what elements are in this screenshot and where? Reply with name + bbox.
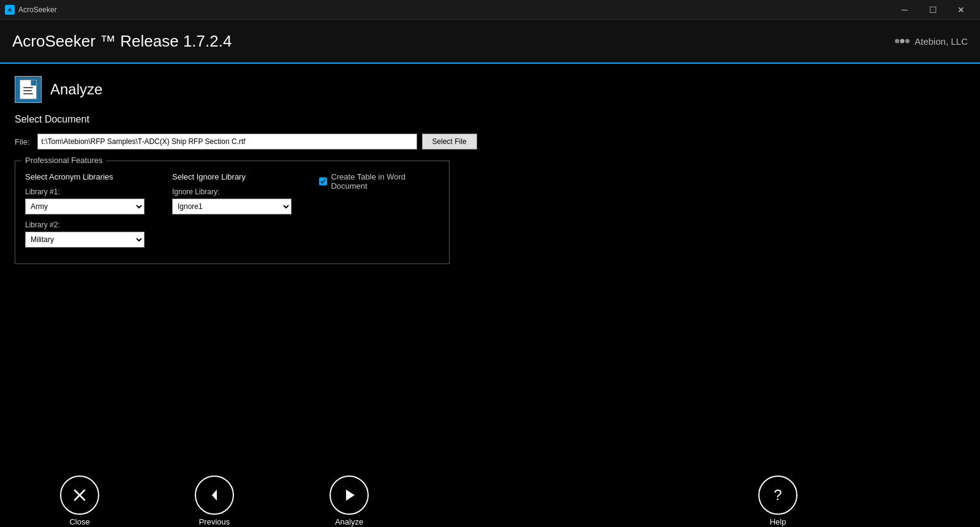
professional-features-legend: Professional Features <box>21 156 106 165</box>
ignore-library-row: Ignore Library: Ignore1 Ignore2 None <box>172 188 295 214</box>
library2-row: Library #2: Military Army Navy Air Force <box>25 221 148 248</box>
file-row: File: Select File <box>15 134 965 150</box>
logo-text: Atebion, LLC <box>914 36 968 47</box>
ignore-library-dropdown[interactable]: Ignore1 Ignore2 None <box>172 199 292 214</box>
library1-dropdown[interactable]: Army Military Navy Air Force <box>25 199 145 214</box>
header-logo: Atebion, LLC <box>894 32 968 50</box>
create-table-checkbox[interactable] <box>319 177 327 186</box>
create-table-label: Create Table in Word Document <box>331 172 439 191</box>
main-content: Analyze Select Document File: Select Fil… <box>0 64 980 276</box>
select-file-button[interactable]: Select File <box>422 134 477 150</box>
svg-marker-5 <box>212 490 217 501</box>
help-icon: ? <box>774 487 782 504</box>
file-label: File: <box>15 137 30 146</box>
titlebar-controls: ─ ☐ ✕ <box>891 0 975 20</box>
file-path-input[interactable] <box>37 134 417 150</box>
create-table-row: Create Table in Word Document <box>319 172 439 191</box>
close-nav-wrap: Close <box>12 476 147 526</box>
previous-icon <box>206 487 223 504</box>
library1-label: Library #1: <box>25 188 148 196</box>
library2-dropdown[interactable]: Military Army Navy Air Force <box>25 232 145 248</box>
help-nav-wrap: ? Help <box>710 476 845 526</box>
select-acronym-libraries-label: Select Acronym Libraries <box>25 172 148 181</box>
professional-features-box: Professional Features Select Acronym Lib… <box>15 161 450 264</box>
page-line-3 <box>23 93 33 94</box>
previous-label: Previous <box>199 517 230 526</box>
library1-row: Library #1: Army Military Navy Air Force <box>25 188 148 214</box>
previous-nav-wrap: Previous <box>147 476 282 526</box>
page-title-row: Analyze <box>15 76 965 103</box>
app-icon: A <box>5 5 15 15</box>
previous-button[interactable] <box>195 476 234 515</box>
page-line-2 <box>23 90 32 91</box>
page-icon <box>15 76 42 103</box>
close-button[interactable] <box>60 476 99 515</box>
analyze-nav-wrap: Analyze <box>282 476 417 526</box>
minimize-button[interactable]: ─ <box>891 0 919 20</box>
svg-point-1 <box>900 39 905 44</box>
bottom-navigation: Close Previous Analyze ? Help <box>0 475 980 527</box>
professional-features-inner: Select Acronym Libraries Library #1: Arm… <box>25 172 439 254</box>
ignore-library-section: Select Ignore Library Ignore Library: Ig… <box>172 172 295 254</box>
titlebar: A AcroSeeker ─ ☐ ✕ <box>0 0 980 20</box>
page-icon-lines <box>23 87 33 94</box>
header-left: AcroSeeker ™ Release 1.7.2.4 <box>12 32 232 51</box>
svg-point-2 <box>905 39 910 44</box>
acronym-libraries-section: Select Acronym Libraries Library #1: Arm… <box>25 172 148 254</box>
titlebar-app-name: AcroSeeker <box>18 6 57 14</box>
atebion-logo-icon <box>894 32 911 50</box>
analyze-icon <box>341 487 358 504</box>
select-ignore-library-label: Select Ignore Library <box>172 172 295 181</box>
close-label: Close <box>69 517 89 526</box>
close-icon <box>71 487 88 504</box>
select-document-section: Select Document File: Select File <box>15 114 965 150</box>
svg-marker-6 <box>346 490 355 501</box>
maximize-button[interactable]: ☐ <box>919 0 947 20</box>
header-app-title: AcroSeeker ™ Release 1.7.2.4 <box>12 32 232 51</box>
window-close-button[interactable]: ✕ <box>947 0 975 20</box>
titlebar-left: A AcroSeeker <box>5 5 57 15</box>
page-title: Analyze <box>50 81 102 98</box>
header: AcroSeeker ™ Release 1.7.2.4 Atebion, LL… <box>0 20 980 64</box>
create-table-section: Create Table in Word Document <box>319 172 439 254</box>
analyze-label: Analyze <box>335 517 363 526</box>
help-label: Help <box>770 517 786 526</box>
page-line-1 <box>23 87 33 88</box>
svg-point-0 <box>895 39 899 44</box>
analyze-button[interactable] <box>330 476 369 515</box>
select-document-label: Select Document <box>15 114 965 125</box>
page-icon-inner <box>20 80 37 99</box>
library2-label: Library #2: <box>25 221 148 229</box>
ignore-library-label: Ignore Library: <box>172 188 295 196</box>
help-button[interactable]: ? <box>758 476 797 515</box>
